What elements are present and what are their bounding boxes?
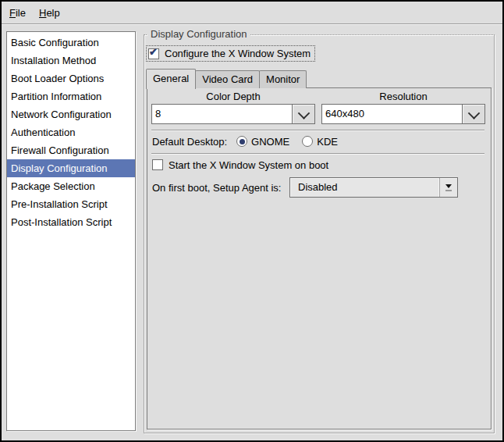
radio-circle	[236, 136, 247, 147]
sidebar-item-display-configuration[interactable]: Display Configuration	[7, 159, 135, 177]
sidebar-item-pre-installation-script[interactable]: Pre-Installation Script	[7, 195, 135, 213]
checkbox-box: ✔	[152, 159, 163, 170]
setup-agent-row: On first boot, Setup Agent is: Disabled	[152, 177, 281, 198]
start-x-checkbox[interactable]: ✔ Start the X Window System on boot	[152, 158, 328, 172]
section-list: Basic Configuration Installation Method …	[6, 31, 136, 431]
tab-video-card[interactable]: Video Card	[195, 70, 260, 88]
default-desktop-label: Default Desktop:	[152, 136, 227, 148]
sidebar-item-firewall-configuration[interactable]: Firewall Configuration	[7, 141, 135, 159]
separator	[151, 130, 484, 130]
configure-x-checkbox[interactable]: ✔ Configure the X Window System	[146, 45, 315, 62]
setup-agent-label: On first boot, Setup Agent is:	[152, 182, 281, 194]
menu-file-mnemonic: F	[9, 7, 16, 19]
color-depth-combo: 8	[151, 104, 315, 124]
radio-dot-icon	[240, 139, 245, 144]
radio-kde-label: KDE	[317, 136, 338, 148]
resolution-dropdown-button[interactable]	[462, 104, 485, 124]
configure-x-label: Configure the X Window System	[165, 48, 311, 59]
menu-help[interactable]: Help	[36, 6, 63, 20]
color-depth-dropdown-button[interactable]	[292, 104, 315, 124]
color-depth-input[interactable]: 8	[151, 104, 293, 124]
arrow-down-icon	[445, 184, 452, 188]
start-x-label: Start the X Window System on boot	[169, 159, 328, 171]
frame-title: Display Configuration	[147, 28, 250, 40]
display-configuration-frame: Display Configuration ✔ Configure the X …	[144, 34, 495, 433]
resolution-input[interactable]: 640x480	[321, 104, 463, 124]
menu-help-label: elp	[46, 7, 59, 19]
menubar: File Help	[2, 2, 502, 24]
combo-labels-row: Color Depth Resolution	[151, 91, 485, 102]
sidebar-item-installation-method[interactable]: Installation Method	[7, 52, 135, 70]
menu-file-label: ile	[16, 7, 26, 19]
setup-agent-dropdown[interactable]: Disabled	[289, 177, 458, 198]
display-tabs: General Video Card Monitor	[146, 69, 307, 89]
kickstart-configurator-window: File Help Basic Configuration Installati…	[0, 0, 504, 442]
sidebar-item-network-configuration[interactable]: Network Configuration	[7, 105, 135, 123]
sidebar-item-boot-loader-options[interactable]: Boot Loader Options	[7, 70, 135, 87]
checkmark-icon: ✔	[149, 47, 158, 57]
chevron-down-icon	[297, 107, 310, 119]
radio-gnome[interactable]: GNOME	[236, 136, 289, 148]
tab-general[interactable]: General	[146, 69, 196, 89]
color-depth-label: Color Depth	[151, 91, 315, 102]
separator	[151, 153, 484, 154]
menu-help-mnemonic: H	[39, 7, 46, 19]
tab-monitor[interactable]: Monitor	[259, 70, 307, 88]
resolution-combo: 640x480	[321, 104, 485, 124]
radio-circle	[302, 136, 313, 147]
sidebar-item-package-selection[interactable]: Package Selection	[7, 177, 135, 195]
radio-kde[interactable]: KDE	[302, 136, 338, 148]
sidebar-item-post-installation-script[interactable]: Post-Installation Script	[7, 213, 135, 231]
combo-row: 8 640x480	[151, 104, 485, 124]
arrow-bar-icon	[445, 190, 452, 191]
sidebar-item-authentication[interactable]: Authentication	[7, 123, 135, 141]
option-menu-arrow	[439, 178, 457, 197]
sidebar-item-partition-information[interactable]: Partition Information	[7, 87, 135, 105]
resolution-label: Resolution	[321, 91, 485, 102]
sidebar-item-basic-configuration[interactable]: Basic Configuration	[7, 34, 135, 52]
checkbox-box: ✔	[148, 48, 159, 59]
radio-gnome-label: GNOME	[251, 136, 289, 148]
general-tab-page: Color Depth Resolution 8 640x480 Default…	[147, 87, 492, 430]
setup-agent-value: Disabled	[290, 178, 439, 197]
default-desktop-row: Default Desktop: GNOME KDE	[152, 134, 338, 149]
menu-file[interactable]: File	[6, 6, 29, 20]
chevron-down-icon	[467, 107, 480, 119]
desktop-radio-group: GNOME KDE	[236, 136, 338, 148]
